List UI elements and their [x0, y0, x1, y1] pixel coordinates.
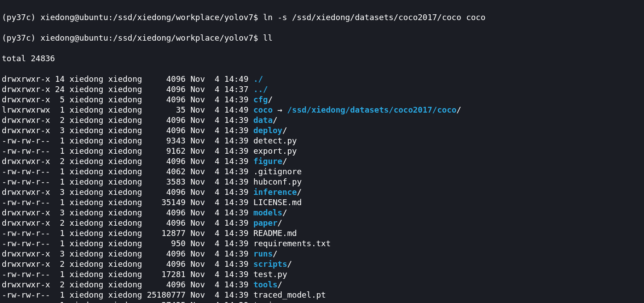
nlinks: 1 [55, 239, 65, 248]
time: 14:39 [224, 177, 249, 186]
month: Nov [191, 290, 205, 299]
day: 4 [210, 146, 220, 156]
file-name: train_aux.py [253, 300, 312, 303]
group: xiedong [108, 167, 142, 176]
listing-row: drwxrwxr-x 24 xiedong xiedong 4096 Nov 4… [2, 84, 642, 94]
mode: drwxrwxr-x [2, 249, 50, 258]
owner: xiedong [70, 136, 104, 145]
listing-row: -rw-rw-r-- 1 xiedong xiedong 3583 Nov 4 … [2, 177, 642, 187]
month: Nov [191, 136, 205, 145]
day: 4 [210, 300, 220, 303]
mode: drwxrwxr-x [2, 115, 50, 125]
slash: / [268, 95, 273, 104]
size: 25180777 [147, 290, 186, 299]
file-name: requirements.txt [253, 239, 331, 248]
size: 4096 [147, 74, 186, 84]
owner: xiedong [70, 156, 104, 166]
size: 3583 [147, 177, 186, 186]
listing-row: -rw-rw-r-- 1 xiedong xiedong 950 Nov 4 1… [2, 238, 642, 248]
day: 4 [210, 228, 220, 238]
time: 14:37 [224, 84, 249, 94]
slash: / [278, 280, 283, 289]
month: Nov [191, 300, 205, 303]
listing-row: -rw-rw-r-- 1 xiedong xiedong 9343 Nov 4 … [2, 135, 642, 146]
slash: / [283, 156, 287, 166]
day: 4 [210, 269, 220, 279]
slash: / [283, 208, 287, 217]
mode: -rw-rw-r-- [2, 177, 50, 186]
day: 4 [210, 95, 220, 104]
month: Nov [191, 187, 205, 197]
group: xiedong [108, 177, 142, 186]
mode: -rw-rw-r-- [2, 269, 50, 279]
user-host: xiedong@ubuntu [41, 33, 108, 42]
nlinks: 2 [55, 115, 65, 125]
file-name: LICENSE.md [253, 198, 302, 207]
dir-name: inference [253, 187, 297, 197]
listing-row: drwxrwxr-x 5 xiedong xiedong 4096 Nov 4 … [2, 94, 642, 105]
slash: / [297, 187, 302, 197]
time: 14:39 [224, 228, 249, 238]
size: 4096 [147, 218, 186, 227]
nlinks: 1 [55, 177, 65, 186]
month: Nov [191, 280, 205, 289]
day: 4 [210, 74, 220, 84]
day: 4 [210, 249, 220, 258]
size: 35149 [147, 198, 186, 207]
command-text: ll [263, 33, 273, 42]
day: 4 [210, 126, 220, 135]
terminal-output[interactable]: (py37c) xiedong@ubuntu:/ssd/xiedong/work… [0, 0, 644, 303]
listing-row: drwxrwxr-x 14 xiedong xiedong 4096 Nov 4… [2, 74, 642, 84]
month: Nov [191, 115, 205, 125]
listing-row: -rw-rw-r-- 1 xiedong xiedong 17281 Nov 4… [2, 269, 642, 279]
file-name: .gitignore [253, 167, 302, 176]
owner: xiedong [70, 218, 104, 227]
dir-name: cfg [253, 95, 268, 104]
time: 14:39 [224, 259, 249, 269]
dir-name: ../ [253, 84, 268, 94]
nlinks: 1 [55, 146, 65, 156]
owner: xiedong [70, 95, 104, 104]
nlinks: 2 [55, 259, 65, 269]
group: xiedong [108, 198, 142, 207]
size: 4096 [147, 115, 186, 125]
time: 14:39 [224, 198, 249, 207]
group: xiedong [108, 146, 142, 156]
size: 4062 [147, 167, 186, 176]
file-name: detect.py [253, 136, 297, 145]
month: Nov [191, 239, 205, 248]
size: 4096 [147, 280, 186, 289]
month: Nov [191, 198, 205, 207]
command-text: ln -s /ssd/xiedong/datasets/coco2017/coc… [263, 13, 486, 22]
group: xiedong [108, 187, 142, 197]
size: 37435 [147, 300, 186, 303]
owner: xiedong [70, 228, 104, 238]
listing-row: drwxrwxr-x 3 xiedong xiedong 4096 Nov 4 … [2, 207, 642, 218]
day: 4 [210, 290, 220, 299]
colon: : [108, 13, 113, 22]
mode: -rw-rw-r-- [2, 146, 50, 156]
time: 14:39 [224, 239, 249, 248]
owner: xiedong [70, 280, 104, 289]
mode: -rw-rw-r-- [2, 239, 50, 248]
month: Nov [191, 74, 205, 84]
time: 14:39 [224, 300, 249, 303]
time: 14:39 [224, 156, 249, 166]
owner: xiedong [70, 259, 104, 269]
file-name: traced_model.pt [253, 290, 326, 299]
mode: -rw-rw-r-- [2, 136, 50, 145]
size: 4096 [147, 156, 186, 166]
dir-name: scripts [253, 259, 287, 269]
day: 4 [210, 105, 220, 114]
mode: drwxrwxr-x [2, 259, 50, 269]
nlinks: 14 [55, 74, 65, 84]
slash: / [457, 105, 461, 114]
mode: -rw-rw-r-- [2, 290, 50, 299]
day: 4 [210, 167, 220, 176]
time: 14:39 [224, 249, 249, 258]
day: 4 [210, 136, 220, 145]
time: 14:49 [224, 105, 249, 114]
month: Nov [191, 269, 205, 279]
venv-label: (py37c) [2, 13, 41, 22]
time: 14:39 [224, 146, 249, 156]
